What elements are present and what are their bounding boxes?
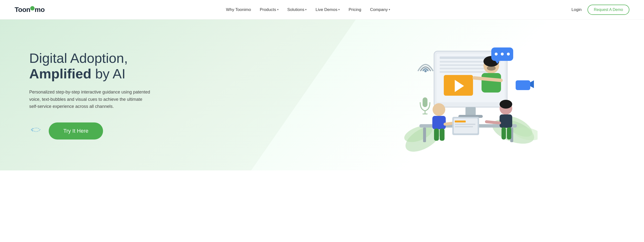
nav-item-why-toonimo[interactable]: Why Toonimo	[226, 7, 251, 12]
svg-rect-26	[516, 80, 530, 90]
svg-point-46	[500, 100, 512, 108]
hero-illustration	[290, 20, 644, 170]
svg-rect-49	[507, 127, 511, 140]
svg-point-24	[507, 52, 510, 56]
svg-rect-29	[422, 98, 428, 107]
request-demo-button[interactable]: Request A Demo	[588, 5, 630, 15]
svg-rect-37	[434, 128, 439, 141]
hero-title-line1: Digital Adoption,	[29, 50, 128, 66]
svg-point-23	[501, 52, 504, 56]
nav-link-solutions[interactable]: Solutions ▾	[288, 7, 307, 12]
svg-point-28	[424, 70, 427, 72]
svg-line-20	[474, 78, 501, 80]
logo-text: Toonmo	[14, 6, 44, 14]
nav-links: Why Toonimo Products ▾ Solutions ▾ Live …	[226, 7, 390, 12]
svg-rect-48	[502, 127, 506, 140]
svg-rect-19	[482, 73, 501, 92]
try-it-here-button[interactable]: Try It Here	[49, 122, 103, 140]
svg-rect-47	[500, 114, 512, 128]
nav-item-company[interactable]: Company ▾	[370, 7, 390, 12]
hero-title: Digital Adoption, Amplified by AI	[29, 50, 151, 82]
svg-rect-11	[440, 71, 491, 73]
nav-item-products[interactable]: Products ▾	[260, 7, 278, 12]
svg-rect-7	[440, 56, 488, 59]
svg-marker-27	[530, 80, 534, 88]
svg-point-22	[495, 52, 498, 56]
svg-rect-36	[432, 116, 446, 129]
nav-link-pricing[interactable]: Pricing	[348, 7, 361, 12]
hero-content: Digital Adoption, Amplified by AI Person…	[0, 36, 151, 154]
svg-rect-42	[455, 120, 466, 122]
chevron-down-icon: ▾	[305, 8, 307, 11]
hero-description: Personalized step-by-step interactive gu…	[29, 88, 151, 110]
svg-rect-38	[440, 128, 444, 141]
nav-item-solutions[interactable]: Solutions ▾	[288, 7, 307, 12]
nav-item-live-demos[interactable]: Live Demos ▾	[316, 7, 340, 12]
nav-link-products[interactable]: Products ▾	[260, 7, 278, 12]
chevron-down-icon: ▾	[338, 8, 340, 11]
main-nav: Toonmo Why Toonimo Products ▾ Solutions …	[0, 0, 644, 20]
hero-section: Digital Adoption, Amplified by AI Person…	[0, 20, 644, 170]
login-link[interactable]: Login	[572, 7, 582, 12]
nav-link-company[interactable]: Company ▾	[370, 7, 390, 12]
nav-link-why-toonimo[interactable]: Why Toonimo	[226, 7, 251, 12]
svg-rect-14	[466, 107, 476, 116]
logo[interactable]: Toonmo	[14, 6, 44, 14]
svg-point-18	[487, 66, 496, 70]
hero-title-amplified: Amplified	[29, 66, 91, 81]
chevron-down-icon: ▾	[389, 8, 390, 11]
logo-dot-icon	[30, 6, 34, 10]
nav-item-pricing[interactable]: Pricing	[348, 7, 361, 12]
svg-rect-43	[455, 124, 476, 125]
svg-rect-44	[455, 126, 473, 127]
arrow-icon	[29, 125, 42, 137]
nav-actions: Login Request A Demo	[572, 5, 630, 15]
hero-cta-wrapper: Try It Here	[29, 122, 151, 140]
nav-link-live-demos[interactable]: Live Demos ▾	[316, 7, 340, 12]
hero-illustration-svg	[396, 36, 538, 154]
svg-line-50	[486, 122, 500, 123]
hero-title-by-ai: by AI	[91, 66, 126, 81]
svg-rect-33	[423, 128, 426, 142]
chevron-down-icon: ▾	[277, 8, 279, 11]
svg-point-35	[432, 103, 445, 116]
